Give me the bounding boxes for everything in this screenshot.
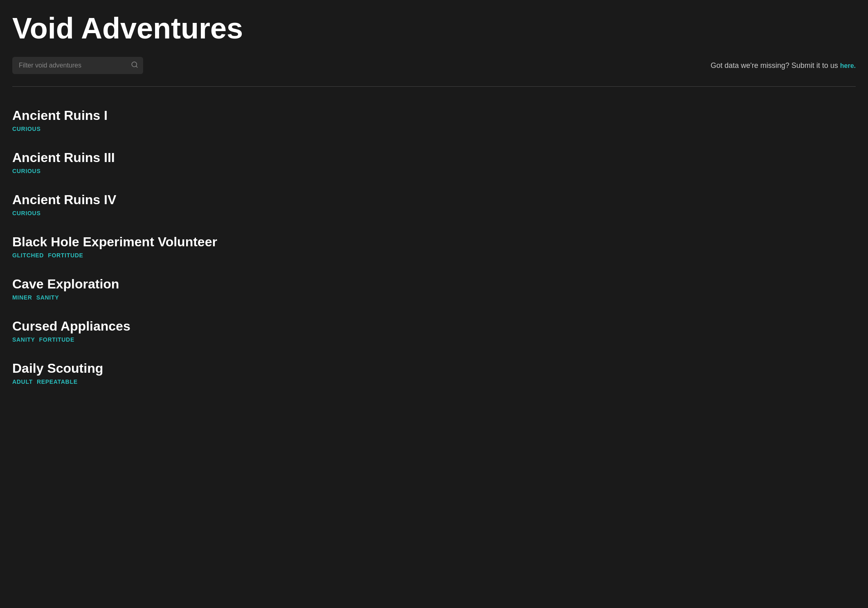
adventure-name: Cursed Appliances [12,319,856,334]
list-item[interactable]: Ancient Ruins ICURIOUS [12,99,856,141]
list-item[interactable]: Ancient Ruins IIICURIOUS [12,141,856,183]
adventure-tags: CURIOUS [12,168,856,174]
list-item[interactable]: Ancient Ruins IVCURIOUS [12,183,856,225]
adventure-tag: ADULT [12,378,33,385]
search-input[interactable] [12,57,143,74]
adventure-tag: CURIOUS [12,210,40,216]
adventure-tags: CURIOUS [12,126,856,132]
adventure-tag: FORTITUDE [48,252,83,259]
search-container [12,57,143,74]
adventure-name: Black Hole Experiment Volunteer [12,234,856,250]
adventure-tags: SANITYFORTITUDE [12,336,856,343]
adventure-name: Cave Exploration [12,277,856,292]
list-item[interactable]: Cave ExplorationMINERSANITY [12,268,856,310]
list-item[interactable]: Daily ScoutingADULTREPEATABLE [12,352,856,394]
adventure-tag: SANITY [12,336,35,343]
adventure-name: Ancient Ruins I [12,108,856,123]
header-row: Got data we're missing? Submit it to us … [12,57,856,74]
adventure-list: Ancient Ruins ICURIOUSAncient Ruins IIIC… [12,99,856,394]
adventure-tags: CURIOUS [12,210,856,216]
adventure-tag: CURIOUS [12,168,40,174]
adventure-tag: GLITCHED [12,252,44,259]
adventure-tag: FORTITUDE [39,336,74,343]
submit-prompt-text: Got data we're missing? Submit it to us [711,61,840,70]
divider [12,86,856,87]
adventure-name: Ancient Ruins III [12,150,856,165]
submit-prompt: Got data we're missing? Submit it to us … [711,61,856,70]
adventure-tag: MINER [12,294,32,301]
list-item[interactable]: Black Hole Experiment VolunteerGLITCHEDF… [12,225,856,268]
page-title: Void Adventures [12,12,856,45]
adventure-name: Ancient Ruins IV [12,192,856,207]
adventure-tags: MINERSANITY [12,294,856,301]
adventure-tags: ADULTREPEATABLE [12,378,856,385]
list-item[interactable]: Cursed AppliancesSANITYFORTITUDE [12,310,856,352]
adventure-tag: CURIOUS [12,126,40,132]
adventure-tag: REPEATABLE [37,378,78,385]
adventure-tags: GLITCHEDFORTITUDE [12,252,856,259]
adventure-tag: SANITY [36,294,59,301]
submit-link[interactable]: here. [840,62,856,69]
adventure-name: Daily Scouting [12,361,856,376]
